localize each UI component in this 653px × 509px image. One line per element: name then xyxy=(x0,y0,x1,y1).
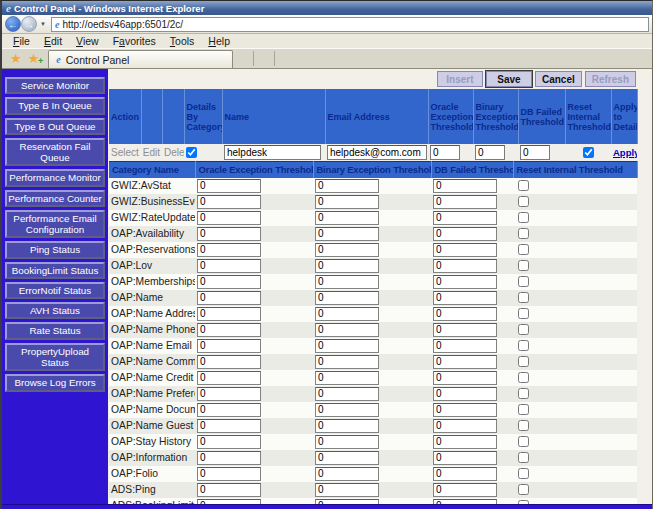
edit-link[interactable]: Edit xyxy=(143,147,160,158)
oracle-exception-threshold-field[interactable] xyxy=(197,355,261,369)
refresh-button[interactable]: Refresh xyxy=(585,71,636,87)
db-failed-threshold-field[interactable] xyxy=(433,195,497,209)
reset-internal-checkbox[interactable] xyxy=(518,244,529,255)
reset-internal-checkbox[interactable] xyxy=(518,452,529,463)
sidebar-item-type-b-in-queue[interactable]: Type B In Queue xyxy=(5,97,105,114)
oracle-exception-threshold-field[interactable] xyxy=(197,179,261,193)
reset-internal-checkbox[interactable] xyxy=(518,276,529,287)
menu-favorites[interactable]: Favorites xyxy=(108,35,165,47)
apply-link[interactable]: Apply xyxy=(613,147,637,158)
binary-exception-threshold-field[interactable] xyxy=(315,243,379,257)
sidebar-item-propertyupload-status[interactable]: PropertyUpload Status xyxy=(5,343,105,372)
oracle-exception-threshold-field[interactable] xyxy=(197,227,261,241)
sidebar-item-browse-log-errors[interactable]: Browse Log Errors xyxy=(5,374,105,391)
reset-internal-checkbox[interactable] xyxy=(518,260,529,271)
binary-exception-threshold-field[interactable] xyxy=(315,291,379,305)
oracle-exception-threshold-field[interactable] xyxy=(197,211,261,225)
db-failed-threshold-field[interactable] xyxy=(433,403,497,417)
menu-help[interactable]: Help xyxy=(203,35,239,47)
reset-internal-checkbox[interactable] xyxy=(518,436,529,447)
db-failed-threshold-field[interactable] xyxy=(433,291,497,305)
db-failed-threshold-field[interactable] xyxy=(433,323,497,337)
db-failed-threshold-field[interactable] xyxy=(433,211,497,225)
oracle-exception-threshold-field[interactable] xyxy=(197,371,261,385)
binary-exception-threshold-field[interactable] xyxy=(315,483,379,497)
name-field[interactable] xyxy=(224,145,321,160)
binary-threshold-field[interactable] xyxy=(475,145,505,160)
oracle-exception-threshold-field[interactable] xyxy=(197,323,261,337)
reset-internal-checkbox[interactable] xyxy=(518,356,529,367)
binary-exception-threshold-field[interactable] xyxy=(315,419,379,433)
reset-internal-checkbox[interactable] xyxy=(518,372,529,383)
db-failed-threshold-field[interactable] xyxy=(433,371,497,385)
oracle-exception-threshold-field[interactable] xyxy=(197,259,261,273)
menu-file[interactable]: File xyxy=(8,35,39,47)
history-dropdown-icon[interactable]: ▼ xyxy=(37,21,49,27)
reset-internal-checkbox[interactable] xyxy=(583,147,594,158)
binary-exception-threshold-field[interactable] xyxy=(315,195,379,209)
menu-view[interactable]: View xyxy=(71,35,108,47)
select-link[interactable]: Select xyxy=(111,147,139,158)
oracle-exception-threshold-field[interactable] xyxy=(197,307,261,321)
binary-exception-threshold-field[interactable] xyxy=(315,371,379,385)
oracle-exception-threshold-field[interactable] xyxy=(197,483,261,497)
oracle-exception-threshold-field[interactable] xyxy=(197,275,261,289)
binary-exception-threshold-field[interactable] xyxy=(315,323,379,337)
binary-exception-threshold-field[interactable] xyxy=(315,467,379,481)
oracle-exception-threshold-field[interactable] xyxy=(197,387,261,401)
reset-internal-checkbox[interactable] xyxy=(518,468,529,479)
sidebar-item-service-monitor[interactable]: Service Monitor xyxy=(5,77,105,94)
oracle-threshold-field[interactable] xyxy=(430,145,460,160)
oracle-exception-threshold-field[interactable] xyxy=(197,291,261,305)
sidebar-item-bookinglimit-status[interactable]: BookingLimit Status xyxy=(5,262,105,279)
reset-internal-checkbox[interactable] xyxy=(518,228,529,239)
oracle-exception-threshold-field[interactable] xyxy=(197,243,261,257)
binary-exception-threshold-field[interactable] xyxy=(315,307,379,321)
reset-internal-checkbox[interactable] xyxy=(518,180,529,191)
binary-exception-threshold-field[interactable] xyxy=(315,275,379,289)
binary-exception-threshold-field[interactable] xyxy=(315,387,379,401)
sidebar-item-type-b-out-queue[interactable]: Type B Out Queue xyxy=(5,118,105,135)
oracle-exception-threshold-field[interactable] xyxy=(197,403,261,417)
binary-exception-threshold-field[interactable] xyxy=(315,499,379,509)
db-failed-threshold-field[interactable] xyxy=(433,499,497,509)
db-failed-threshold-field[interactable] xyxy=(433,275,497,289)
tab-control-panel[interactable]: e Control Panel xyxy=(48,50,233,68)
menu-tools[interactable]: Tools xyxy=(165,35,204,47)
add-favorite-icon[interactable]: ★+ xyxy=(28,53,40,65)
db-failed-threshold-field[interactable] xyxy=(433,307,497,321)
oracle-exception-threshold-field[interactable] xyxy=(197,195,261,209)
reset-internal-checkbox[interactable] xyxy=(518,388,529,399)
db-failed-threshold-field[interactable] xyxy=(433,467,497,481)
reset-internal-checkbox[interactable] xyxy=(518,196,529,207)
reset-internal-checkbox[interactable] xyxy=(518,420,529,431)
oracle-exception-threshold-field[interactable] xyxy=(197,339,261,353)
binary-exception-threshold-field[interactable] xyxy=(315,403,379,417)
db-failed-threshold-field[interactable] xyxy=(433,483,497,497)
sidebar-item-performance-monitor[interactable]: Performance Monitor xyxy=(5,169,105,186)
db-failed-threshold-field[interactable] xyxy=(520,145,550,160)
db-failed-threshold-field[interactable] xyxy=(433,435,497,449)
db-failed-threshold-field[interactable] xyxy=(433,259,497,273)
binary-exception-threshold-field[interactable] xyxy=(315,451,379,465)
binary-exception-threshold-field[interactable] xyxy=(315,211,379,225)
forward-button[interactable]: → xyxy=(21,16,37,32)
sidebar-item-performance-counter[interactable]: Performance Counter xyxy=(5,190,105,207)
reset-internal-checkbox[interactable] xyxy=(518,212,529,223)
oracle-exception-threshold-field[interactable] xyxy=(197,419,261,433)
reset-internal-checkbox[interactable] xyxy=(518,308,529,319)
reset-internal-checkbox[interactable] xyxy=(518,324,529,335)
reset-internal-checkbox[interactable] xyxy=(518,340,529,351)
binary-exception-threshold-field[interactable] xyxy=(315,179,379,193)
db-failed-threshold-field[interactable] xyxy=(433,387,497,401)
db-failed-threshold-field[interactable] xyxy=(433,179,497,193)
delete-link[interactable]: Delete xyxy=(164,147,184,158)
db-failed-threshold-field[interactable] xyxy=(433,339,497,353)
db-failed-threshold-field[interactable] xyxy=(433,227,497,241)
binary-exception-threshold-field[interactable] xyxy=(315,435,379,449)
reset-internal-checkbox[interactable] xyxy=(518,500,529,509)
insert-button[interactable]: Insert xyxy=(437,71,483,87)
reset-internal-checkbox[interactable] xyxy=(518,292,529,303)
sidebar-item-rate-status[interactable]: Rate Status xyxy=(5,322,105,339)
email-address-field[interactable] xyxy=(327,145,427,160)
